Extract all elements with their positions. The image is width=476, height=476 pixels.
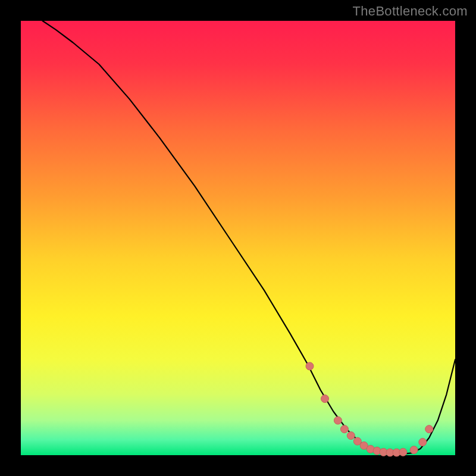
valley-marker: [321, 395, 329, 403]
valley-marker: [347, 432, 355, 440]
valley-marker: [334, 416, 342, 424]
valley-marker: [419, 439, 427, 446]
valley-marker: [410, 446, 418, 454]
valley-marker: [425, 425, 433, 433]
plot-background: [21, 21, 455, 455]
chart-frame: TheBottleneck.com: [0, 0, 476, 476]
chart-svg: [0, 0, 476, 476]
valley-marker: [399, 448, 407, 456]
valley-marker: [340, 425, 348, 433]
valley-marker: [306, 362, 314, 370]
